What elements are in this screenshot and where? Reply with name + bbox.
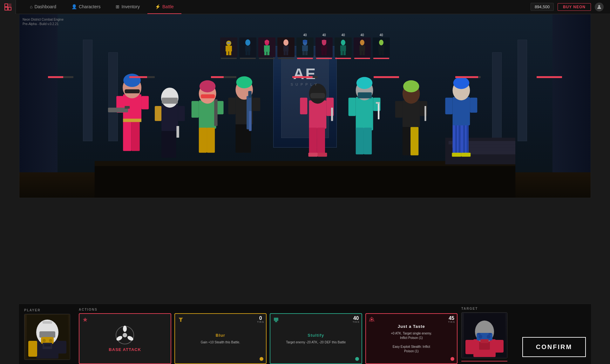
nav-characters-label: Characters [79,4,100,9]
svg-rect-12 [246,51,247,55]
card-blur-cost-label: TIKS [257,321,264,323]
svg-rect-6 [227,42,231,44]
arena-hp-fill-5 [374,76,399,78]
svg-line-156 [369,321,370,321]
portrait-hp-fill-9 [373,58,389,59]
arena-hp-3 [211,76,236,78]
svg-point-33 [341,40,345,45]
confirm-button[interactable]: CONFIRM [522,337,586,357]
arena-hp-bar-4 [292,76,318,78]
portrait-img-1 [220,37,237,57]
svg-rect-105 [358,92,372,98]
top-portrait-6: 40 [315,33,333,59]
card-attack-icon [82,316,88,323]
arena-hp-bar-7 [537,76,562,78]
svg-rect-160 [465,340,474,354]
svg-rect-73 [207,128,215,153]
svg-rect-134 [58,341,66,354]
svg-rect-111 [403,127,410,155]
nav-battle[interactable]: ⚡ Battle [147,0,181,14]
grid-icon: ⊞ [116,4,119,9]
svg-rect-38 [359,45,365,51]
top-portrait-1 [220,37,237,59]
svg-point-146 [127,335,134,341]
svg-rect-64 [161,131,169,158]
svg-rect-62 [123,119,141,122]
svg-rect-76 [201,94,215,98]
card-just-a-taste[interactable]: 45 TIKS Just a Taste +0 ATK. Target sing… [365,313,458,364]
svg-rect-20 [283,46,288,51]
svg-rect-42 [378,45,384,51]
arena-hp-bar-2 [129,76,155,78]
svg-rect-119 [455,124,457,155]
svg-point-19 [283,39,288,46]
svg-rect-65 [169,131,176,158]
user-avatar-button[interactable] [595,3,604,11]
buy-neon-button[interactable]: BUY NEON [558,3,591,11]
svg-rect-110 [403,100,420,127]
portrait-hp-bar-1 [221,58,237,59]
arena-hp-5 [374,76,399,78]
svg-rect-102 [364,128,372,154]
svg-rect-77 [192,101,199,118]
top-portraits-row: 40 [220,33,390,59]
svg-rect-34 [340,45,346,51]
arena-char-2 [155,88,185,158]
base-attack-symbol [115,326,134,345]
svg-rect-57 [125,89,140,93]
char-silhouette-8 [354,37,371,57]
svg-rect-54 [132,121,140,151]
svg-rect-7 [226,46,232,51]
card-base-attack-title: BASE ATTACK [109,347,141,352]
char-silhouette-2 [239,37,256,57]
player-portrait [24,314,70,360]
svg-point-139 [49,339,52,342]
card-blur[interactable]: 0 TIKS Blur Gain +10 Stealth this Battle… [174,313,267,364]
navbar: ⌂ Dashboard 👤 Characters ⊞ Inventory ⚡ B… [0,0,610,14]
svg-rect-36 [343,51,346,55]
svg-rect-117 [424,106,426,121]
attack-type-icon [82,317,88,322]
char-svg-1 [222,39,235,55]
top-portrait-4 [277,37,295,59]
currency-amount: 894,500 [535,4,550,9]
nav-inventory[interactable]: ⊞ Inventory [108,0,147,14]
card-taste-cost: 45 [449,316,454,321]
svg-rect-59 [141,96,149,109]
nav-logo[interactable] [0,0,16,14]
card-stultify-cost-badge: 40 TIKS [353,316,360,323]
portrait-img-3 [258,37,275,57]
card-blur-title: Blur [216,333,225,338]
svg-rect-29 [322,40,326,43]
ae-sign-text: AE [291,65,320,83]
battle-area: AE SUPPLY Neon District Combat Engine Pr… [0,14,610,364]
confirm-section: CONFIRM [516,308,586,360]
svg-line-157 [374,321,374,321]
svg-rect-124 [453,97,470,125]
card-base-attack[interactable]: BASE ATTACK [79,313,171,364]
arena-hp-1 [48,76,73,78]
svg-rect-112 [410,127,418,155]
player-portrait-inner [24,314,70,360]
nav-dashboard[interactable]: ⌂ Dashboard [22,0,64,14]
svg-point-10 [245,39,250,46]
char-silhouette-6 [315,37,333,57]
svg-rect-44 [382,51,384,55]
card-taste-cost-badge: 45 TIKS [448,316,455,323]
svg-point-75 [200,80,215,92]
char-svg-8 [356,39,369,55]
svg-rect-27 [305,51,308,55]
svg-rect-161 [495,340,504,353]
svg-rect-106 [349,98,356,116]
nav-characters[interactable]: 👤 Characters [64,0,108,14]
card-stultify[interactable]: 40 TIKS Stultify Target enemy -20 ATK, -… [270,313,362,364]
svg-rect-86 [253,98,260,111]
arena-hp-bars-row [45,76,565,78]
svg-rect-99 [318,153,327,157]
arena-hp-fill-7 [537,76,562,78]
svg-point-114 [403,80,419,92]
svg-rect-85 [228,98,235,115]
portrait-hp-bar-3 [259,58,275,59]
top-portrait-8: 40 [354,33,371,59]
player-portrait-svg [27,315,68,359]
